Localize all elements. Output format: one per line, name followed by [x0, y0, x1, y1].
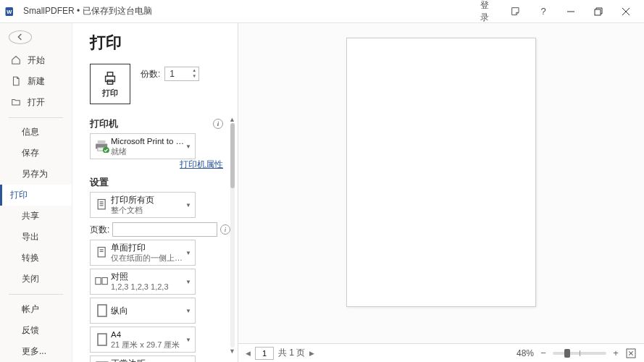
zoom-value: 48% — [517, 348, 534, 358]
copies-spinner[interactable]: 1 ▲▼ — [164, 67, 199, 81]
chevron-down-icon: ▼ — [185, 337, 192, 343]
settings-section-header: 设置 — [90, 176, 230, 189]
scroll-down-icon[interactable]: ▼ — [229, 348, 235, 353]
svg-rect-3 — [595, 9, 601, 15]
nav-transform[interactable]: 转换 — [0, 248, 72, 269]
new-file-icon — [10, 76, 22, 86]
svg-rect-22 — [98, 305, 106, 316]
page-title: 打印 — [90, 32, 230, 54]
portrait-icon — [93, 303, 111, 318]
page-preview — [346, 38, 536, 307]
nav-print[interactable]: 打印 — [0, 185, 72, 206]
page-count-label: 共 1 页 — [278, 347, 305, 359]
pages-input[interactable] — [112, 222, 217, 237]
print-preview-pane: ◀ 共 1 页 ▶ 48% − + — [238, 23, 644, 362]
zoom-in-button[interactable]: + — [611, 348, 621, 358]
title-bar: W SmallPDFER • 已保存到这台电脑 登录 ? — [0, 0, 644, 23]
login-button[interactable]: 登录 — [474, 0, 502, 23]
word-app-icon: W — [4, 5, 17, 18]
nav-new[interactable]: 新建 — [0, 71, 72, 92]
collate-icon — [93, 275, 111, 288]
chevron-down-icon: ▼ — [185, 250, 192, 256]
print-settings-panel: 打印 打印 份数: 1 ▲▼ 打印机 i Microsoft P — [72, 23, 230, 362]
nav-info[interactable]: 信息 — [0, 122, 72, 143]
close-button[interactable] — [612, 0, 640, 23]
print-button-label: 打印 — [102, 88, 118, 98]
nav-save[interactable]: 保存 — [0, 143, 72, 164]
nav-home[interactable]: 开始 — [0, 50, 72, 71]
info-icon[interactable]: i — [213, 119, 223, 129]
prev-page-button[interactable]: ◀ — [246, 350, 251, 357]
svg-rect-6 — [106, 76, 115, 81]
margins-selector[interactable]: 正常边距 上: 2.54 厘米 底部: 2... ▼ — [90, 355, 196, 362]
chevron-down-icon: ▼ — [185, 308, 192, 314]
chevron-down-icon: ▼ — [185, 202, 192, 209]
paper-icon — [93, 332, 111, 347]
back-button[interactable] — [9, 30, 32, 44]
chevron-down-icon: ▼ — [185, 279, 192, 285]
nav-home-label: 开始 — [28, 54, 45, 67]
preview-canvas — [238, 23, 644, 343]
nav-close[interactable]: 关闭 — [0, 269, 72, 290]
zoom-out-button[interactable]: − — [538, 348, 548, 358]
printer-icon — [101, 70, 119, 86]
svg-rect-10 — [98, 140, 106, 144]
svg-rect-20 — [96, 278, 101, 285]
current-page-input[interactable] — [255, 347, 274, 360]
settings-scrollbar[interactable] — [230, 123, 235, 348]
printer-status-icon — [93, 140, 111, 153]
nav-more[interactable]: 更多... — [0, 341, 72, 362]
fit-to-page-button[interactable] — [625, 348, 637, 359]
document-title: SmallPDFER • 已保存到这台电脑 — [23, 5, 152, 17]
svg-rect-7 — [107, 72, 112, 76]
home-icon — [10, 55, 22, 65]
printer-section-header: 打印机 i — [90, 117, 230, 130]
printer-name: Microsoft Print to PDF — [111, 136, 185, 146]
spinner-arrows[interactable]: ▲▼ — [191, 68, 198, 80]
svg-text:W: W — [7, 9, 12, 15]
minimize-button[interactable] — [557, 0, 585, 23]
orientation-selector[interactable]: 纵向 ▼ — [90, 298, 196, 324]
svg-rect-8 — [107, 80, 112, 84]
backstage-nav: 开始 新建 打开 信息 保存 另存为 打印 共享 导出 转换 关闭 帐户 反馈 … — [0, 23, 72, 362]
preview-footer: ◀ 共 1 页 ▶ 48% − + — [238, 343, 644, 362]
nav-account[interactable]: 帐户 — [0, 299, 72, 320]
restore-button[interactable] — [585, 0, 612, 23]
sides-selector[interactable]: 单面打印 仅在纸面的一侧上进... ▼ — [90, 240, 196, 266]
nav-new-label: 新建 — [28, 75, 45, 88]
print-button[interactable]: 打印 — [90, 64, 130, 104]
chevron-down-icon: ▼ — [185, 143, 192, 150]
print-range-selector[interactable]: 打印所有页 整个文档 ▼ — [90, 192, 196, 218]
open-folder-icon — [10, 97, 22, 107]
printer-properties-link[interactable]: 打印机属性 — [180, 160, 223, 169]
nav-export[interactable]: 导出 — [0, 227, 72, 248]
svg-rect-23 — [98, 334, 106, 345]
nav-share[interactable]: 共享 — [0, 206, 72, 227]
nav-open-label: 打开 — [28, 96, 45, 109]
nav-feedback[interactable]: 反馈 — [0, 320, 72, 341]
info-icon[interactable]: i — [220, 224, 230, 235]
svg-rect-13 — [98, 200, 105, 209]
zoom-slider[interactable] — [553, 352, 606, 355]
copies-value: 1 — [170, 69, 175, 79]
one-sided-icon — [93, 245, 111, 261]
svg-rect-21 — [102, 278, 107, 285]
notification-icon[interactable] — [502, 0, 530, 23]
nav-saveas[interactable]: 另存为 — [0, 164, 72, 185]
next-page-button[interactable]: ▶ — [309, 350, 314, 357]
scroll-up-icon[interactable]: ▲ — [229, 116, 235, 122]
collate-selector[interactable]: 对照 1,2,3 1,2,3 1,2,3 ▼ — [90, 269, 196, 295]
copies-label: 份数: — [141, 68, 160, 80]
main-area: 开始 新建 打开 信息 保存 另存为 打印 共享 导出 转换 关闭 帐户 反馈 … — [0, 23, 644, 362]
help-button[interactable]: ? — [530, 0, 557, 23]
pages-icon — [93, 197, 111, 213]
printer-selector[interactable]: Microsoft Print to PDF 就绪 ▼ — [90, 133, 196, 159]
printer-status-text: 就绪 — [111, 146, 185, 156]
paper-size-selector[interactable]: A4 21 厘米 x 29.7 厘米 ▼ — [90, 327, 196, 353]
nav-open[interactable]: 打开 — [0, 92, 72, 113]
pages-label: 页数: — [90, 224, 109, 236]
svg-rect-17 — [98, 248, 105, 257]
